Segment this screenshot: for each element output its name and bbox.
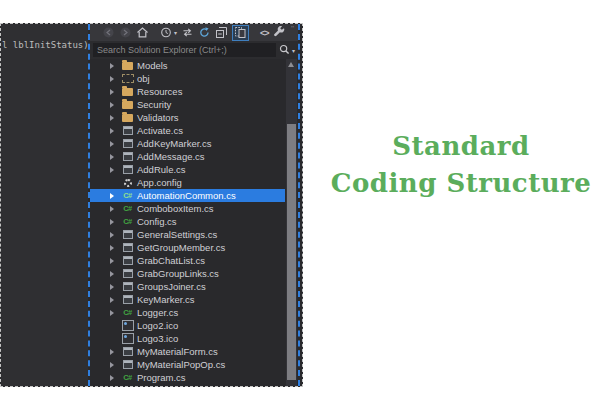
tree-item-label: Logo3.ico (137, 333, 178, 344)
expander-icon[interactable] (110, 284, 121, 290)
tree-item[interactable]: App.config (90, 176, 285, 189)
home-icon[interactable] (136, 26, 149, 40)
tree-item[interactable]: Logo2.ico (90, 319, 285, 332)
search-input[interactable] (93, 43, 276, 57)
tree-item-label: Program.cs (137, 372, 186, 383)
expander-icon[interactable] (110, 128, 121, 134)
tree-item-label: obj (137, 73, 150, 84)
expander-icon[interactable] (110, 167, 121, 173)
winform-file-icon (121, 359, 134, 370)
tree-item[interactable]: C#Program.cs (90, 371, 285, 384)
tree-item[interactable]: GetGroupMember.cs (90, 241, 285, 254)
expander-icon[interactable] (110, 245, 121, 251)
tree-item[interactable]: C#Logger.cs (90, 306, 285, 319)
image-file-icon (121, 333, 134, 344)
show-all-files-icon[interactable] (232, 25, 249, 41)
tree-item-label: Activate.cs (137, 125, 183, 136)
expander-icon[interactable] (110, 219, 121, 225)
tree-item-label: Validators (137, 112, 179, 123)
tree-item[interactable]: Models (90, 59, 285, 72)
tree-item[interactable]: Logo3.ico (90, 332, 285, 345)
winform-file-icon (121, 242, 134, 253)
expander-icon[interactable] (110, 206, 121, 212)
sync-active-document-icon[interactable] (181, 26, 194, 40)
tree-item[interactable]: AddRule.cs (90, 163, 285, 176)
tree-item-label: Logger.cs (137, 307, 178, 318)
scroll-up-arrow-icon[interactable] (288, 62, 294, 67)
winform-file-icon (121, 125, 134, 136)
csharp-file-icon: C# (121, 307, 134, 318)
page: l lblInitStatus) ▾<>'' ▾ (0, 0, 616, 414)
folder-icon (121, 99, 134, 110)
tree-item[interactable]: GroupsJoiner.cs (90, 280, 285, 293)
winform-file-icon (121, 281, 134, 292)
tree-item-label: Models (137, 60, 168, 71)
search-controls: ▾ (279, 41, 295, 59)
corner-marks: '' (291, 24, 294, 33)
expander-icon[interactable] (110, 76, 121, 82)
tree-item[interactable]: Activate.cs (90, 124, 285, 137)
folder-icon (121, 86, 134, 97)
tree-item[interactable]: obj (90, 72, 285, 85)
tree-item-label: Logo2.ico (137, 320, 178, 331)
headline: Standard Coding Structure (320, 128, 602, 202)
tree-item[interactable]: GrabGroupLinks.cs (90, 267, 285, 280)
refresh-icon[interactable] (198, 26, 211, 40)
expander-icon[interactable] (110, 232, 121, 238)
tree-item[interactable]: Security (90, 98, 285, 111)
collapse-all-icon[interactable] (215, 26, 228, 40)
tree-item[interactable]: C#Config.cs (90, 215, 285, 228)
tree-item[interactable]: Resources (90, 85, 285, 98)
tree-item-label: GeneralSettings.cs (137, 229, 217, 240)
expander-icon[interactable] (110, 89, 121, 95)
tree-item[interactable]: MyMaterialPopOp.cs (90, 358, 285, 371)
expander-icon[interactable] (110, 362, 121, 368)
properties-icon[interactable] (273, 26, 286, 40)
expander-icon[interactable] (110, 193, 121, 199)
tree-item-label: AddKeyMarker.cs (137, 138, 211, 149)
scrollbar-thumb[interactable] (287, 124, 296, 380)
vertical-scrollbar[interactable] (286, 59, 297, 386)
expander-icon[interactable] (110, 310, 121, 316)
search-icon[interactable] (279, 41, 290, 59)
ghost-folder-icon (121, 73, 134, 84)
expander-icon[interactable] (110, 63, 121, 69)
view-code-icon[interactable]: <> (260, 26, 269, 40)
switch-views-icon[interactable]: ▾ (160, 26, 177, 40)
expander-icon[interactable] (110, 349, 121, 355)
tree-item-label: MyMaterialPopOp.cs (137, 359, 225, 370)
tree-item[interactable]: AddMessage.cs (90, 150, 285, 163)
tree-item-label: GrabGroupLinks.cs (137, 268, 219, 279)
tree-item[interactable]: MyMaterialForm.cs (90, 345, 285, 358)
expander-icon[interactable] (110, 115, 121, 121)
tree-item[interactable]: KeyMarker.cs (90, 293, 285, 306)
expander-icon[interactable] (110, 102, 121, 108)
tree-item[interactable]: AddKeyMarker.cs (90, 137, 285, 150)
search-bar: ▾ (90, 41, 298, 59)
tree-item[interactable]: GeneralSettings.cs (90, 228, 285, 241)
expander-icon[interactable] (110, 297, 121, 303)
folder-icon (121, 60, 134, 71)
headline-line2: Coding Structure (320, 165, 602, 202)
tree-item[interactable]: C#AutomationCommon.cs (90, 189, 285, 202)
search-options-caret-icon[interactable]: ▾ (292, 47, 295, 54)
tree-item-label: GroupsJoiner.cs (137, 281, 206, 292)
expander-icon[interactable] (110, 271, 121, 277)
solution-tree: ModelsobjResourcesSecurityValidatorsActi… (90, 59, 285, 386)
expander-icon[interactable] (110, 375, 121, 381)
tree-item[interactable]: Validators (90, 111, 285, 124)
tree-item-label: GrabChatList.cs (137, 255, 205, 266)
forward-icon[interactable] (119, 26, 132, 40)
tree-item[interactable]: C#ComboboxItem.cs (90, 202, 285, 215)
winform-file-icon (121, 268, 134, 279)
expander-icon[interactable] (110, 154, 121, 160)
expander-icon[interactable] (110, 141, 121, 147)
folder-icon (121, 112, 134, 123)
back-icon[interactable] (102, 26, 115, 40)
tree-item-label: ComboboxItem.cs (137, 203, 214, 214)
csharp-file-icon: C# (121, 190, 134, 201)
expander-icon[interactable] (110, 258, 121, 264)
image-file-icon (121, 320, 134, 331)
tree-item[interactable]: GrabChatList.cs (90, 254, 285, 267)
winform-file-icon (121, 151, 134, 162)
